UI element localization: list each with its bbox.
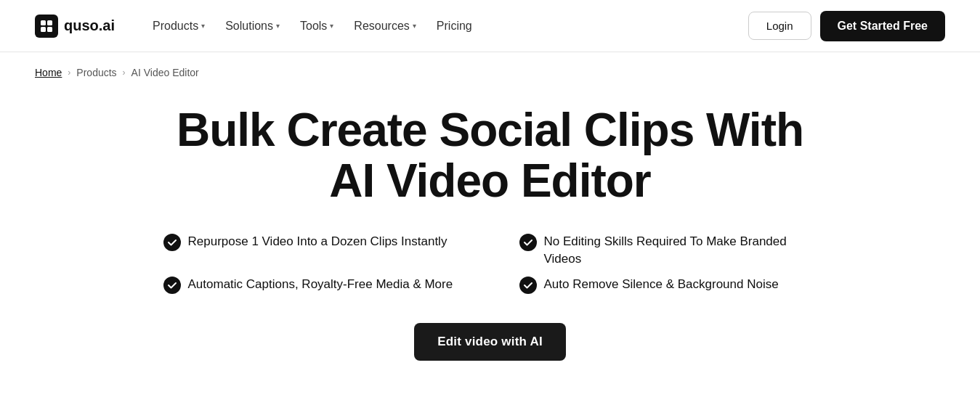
nav-links: Products ▾ Solutions ▾ Tools ▾ Resources…	[144, 14, 481, 38]
logo-icon	[35, 15, 58, 38]
feature-item-4: Auto Remove Silence & Background Noise	[519, 276, 817, 294]
breadcrumb-home[interactable]: Home	[35, 67, 62, 78]
nav-item-pricing[interactable]: Pricing	[428, 14, 481, 38]
nav-item-resources[interactable]: Resources ▾	[345, 14, 424, 38]
feature-item-2: No Editing Skills Required To Make Brand…	[519, 233, 817, 268]
features-grid: Repurpose 1 Video Into a Dozen Clips Ins…	[163, 233, 817, 295]
get-started-button[interactable]: Get Started Free	[820, 11, 945, 41]
check-icon-2	[519, 234, 537, 251]
feature-text-4: Auto Remove Silence & Background Noise	[544, 276, 817, 293]
nav-item-products[interactable]: Products ▾	[144, 14, 214, 38]
nav-item-tools[interactable]: Tools ▾	[291, 14, 342, 38]
navbar: quso.ai Products ▾ Solutions ▾ Tools ▾ R…	[0, 0, 980, 52]
chevron-down-icon: ▾	[201, 22, 205, 30]
logo[interactable]: quso.ai	[35, 15, 115, 38]
check-icon-3	[163, 277, 181, 294]
feature-item-3: Automatic Captions, Royalty-Free Media &…	[163, 276, 461, 294]
nav-left: quso.ai Products ▾ Solutions ▾ Tools ▾ R…	[35, 14, 481, 38]
chevron-down-icon: ▾	[276, 22, 280, 30]
nav-item-solutions[interactable]: Solutions ▾	[216, 14, 288, 38]
login-button[interactable]: Login	[748, 12, 811, 40]
hero-title: Bulk Create Social Clips With AI Video E…	[163, 105, 817, 207]
svg-rect-0	[41, 20, 46, 25]
feature-text-3: Automatic Captions, Royalty-Free Media &…	[188, 276, 461, 293]
breadcrumb: Home › Products › AI Video Editor	[0, 52, 980, 87]
feature-text-1: Repurpose 1 Video Into a Dozen Clips Ins…	[188, 233, 461, 250]
chevron-down-icon: ▾	[413, 22, 416, 30]
breadcrumb-separator-2: ›	[123, 67, 126, 78]
svg-rect-1	[47, 20, 52, 25]
feature-item-1: Repurpose 1 Video Into a Dozen Clips Ins…	[163, 233, 461, 268]
hero-section: Bulk Create Social Clips With AI Video E…	[0, 87, 980, 384]
breadcrumb-products: Products	[76, 67, 116, 78]
check-icon-4	[519, 277, 537, 294]
edit-video-button[interactable]: Edit video with AI	[414, 323, 566, 361]
svg-rect-3	[47, 27, 52, 32]
logo-text: quso.ai	[64, 17, 115, 34]
check-icon-1	[163, 234, 181, 251]
chevron-down-icon: ▾	[330, 22, 333, 30]
breadcrumb-ai-video-editor: AI Video Editor	[131, 67, 199, 78]
svg-rect-2	[41, 27, 46, 32]
breadcrumb-separator-1: ›	[68, 67, 70, 78]
feature-text-2: No Editing Skills Required To Make Brand…	[544, 233, 817, 268]
nav-right: Login Get Started Free	[748, 11, 945, 41]
